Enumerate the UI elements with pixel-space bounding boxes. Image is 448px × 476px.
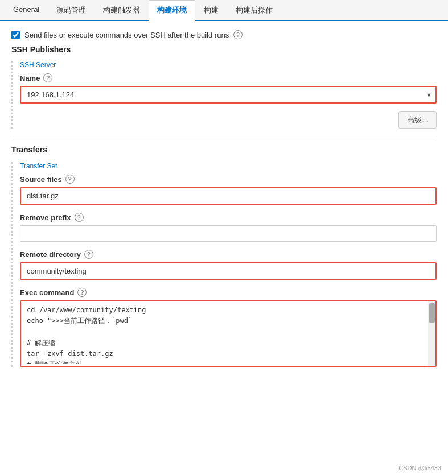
ssh-checkbox-row: Send files or execute commands over SSH … xyxy=(11,30,437,39)
remove-prefix-input[interactable] xyxy=(20,225,437,242)
exec-command-help-icon[interactable]: ? xyxy=(77,288,87,297)
remote-directory-label: Remote directory ? xyxy=(20,250,437,259)
source-files-field-row: Source files ? xyxy=(20,175,437,205)
ssh-checkbox-label: Send files or execute commands over SSH … xyxy=(24,31,229,39)
tab-build-trigger[interactable]: 构建触发器 xyxy=(94,0,149,21)
name-field-row: Name ? 192.168.1.124 ▼ xyxy=(20,73,437,104)
source-files-help-icon[interactable]: ? xyxy=(65,175,75,184)
ssh-publishers-title: SSH Publishers xyxy=(11,45,437,54)
transfers-title: Transfers xyxy=(11,145,437,156)
exec-command-label: Exec command ? xyxy=(20,288,437,297)
remove-prefix-field-row: Remove prefix ? xyxy=(20,213,437,242)
transfers-divider xyxy=(11,138,437,138)
ssh-server-subsection: SSH Server Name ? 192.168.1.124 ▼ 高级... xyxy=(11,61,437,129)
remote-directory-help-icon[interactable]: ? xyxy=(84,250,93,259)
source-files-label: Source files ? xyxy=(20,175,437,184)
exec-scrollbar-thumb xyxy=(429,303,435,323)
source-files-input[interactable] xyxy=(20,187,437,205)
advanced-btn-row: 高级... xyxy=(20,111,437,129)
ssh-help-icon[interactable]: ? xyxy=(233,30,243,39)
name-help-icon[interactable]: ? xyxy=(43,73,52,82)
exec-command-wrapper xyxy=(20,300,437,367)
remote-directory-field-row: Remote directory ? xyxy=(20,250,437,280)
transfer-set-subsection: Transfer Set Source files ? Remove prefi… xyxy=(11,162,437,367)
exec-command-field-row: Exec command ? xyxy=(20,288,437,367)
watermark: CSDN @li5433 xyxy=(398,465,441,471)
transfer-set-subtitle: Transfer Set xyxy=(20,162,437,170)
name-label: Name ? xyxy=(20,73,437,82)
ssh-server-subtitle: SSH Server xyxy=(20,61,437,69)
tab-general[interactable]: General xyxy=(5,0,48,21)
exec-scrollbar[interactable] xyxy=(428,301,435,366)
remote-directory-input[interactable] xyxy=(20,262,437,280)
tab-source-mgmt[interactable]: 源码管理 xyxy=(48,0,94,21)
exec-command-textarea[interactable] xyxy=(21,301,426,364)
remove-prefix-label: Remove prefix ? xyxy=(20,213,437,222)
tab-build[interactable]: 构建 xyxy=(195,0,227,21)
tab-bar: General 源码管理 构建触发器 构建环境 构建 构建后操作 xyxy=(0,0,448,21)
ssh-checkbox[interactable] xyxy=(11,31,20,39)
remove-prefix-help-icon[interactable]: ? xyxy=(75,213,84,222)
name-select[interactable]: 192.168.1.124 xyxy=(20,86,437,104)
tab-post-build[interactable]: 构建后操作 xyxy=(227,0,281,21)
main-content: Send files or execute commands over SSH … xyxy=(0,21,448,385)
tab-build-env[interactable]: 构建环境 xyxy=(149,0,195,21)
name-select-wrapper: 192.168.1.124 ▼ xyxy=(20,86,437,104)
advanced-button[interactable]: 高级... xyxy=(398,111,437,129)
